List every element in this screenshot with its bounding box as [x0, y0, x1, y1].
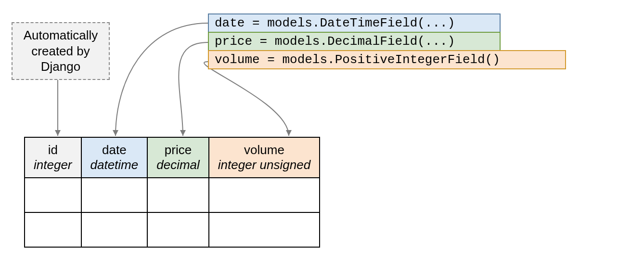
col-name: date — [90, 143, 139, 158]
code-line-date: date = models.DateTimeField(...) — [208, 13, 501, 33]
django-auto-callout: Automatically created by Django — [12, 22, 110, 80]
col-header-volume: volume integer unsigned — [209, 137, 320, 178]
db-table: id integer date datetime price decimal v… — [24, 137, 320, 248]
model-code-block: date = models.DateTimeField(...) price =… — [208, 13, 566, 69]
col-type: integer unsigned — [218, 158, 310, 172]
col-header-id: id integer — [25, 137, 81, 178]
col-type: datetime — [90, 158, 139, 172]
table-body — [25, 178, 320, 247]
col-name: volume — [218, 143, 310, 158]
col-name: id — [34, 143, 72, 158]
table-header-row: id integer date datetime price decimal v… — [25, 137, 320, 178]
callout-text: Automatically created by Django — [13, 27, 109, 75]
code-line-price: price = models.DecimalField(...) — [208, 32, 501, 51]
code-line-volume: volume = models.PositiveIntegerField() — [208, 50, 566, 69]
col-type: decimal — [156, 158, 200, 172]
svg-marker-0 — [55, 130, 61, 136]
col-header-date: date datetime — [81, 137, 148, 178]
table-row — [25, 178, 320, 212]
svg-marker-1 — [113, 130, 118, 136]
col-header-price: price decimal — [147, 137, 209, 178]
table-row — [25, 212, 320, 247]
col-name: price — [156, 143, 200, 158]
svg-marker-2 — [180, 130, 186, 136]
svg-marker-3 — [286, 130, 292, 136]
col-type: integer — [34, 158, 72, 172]
